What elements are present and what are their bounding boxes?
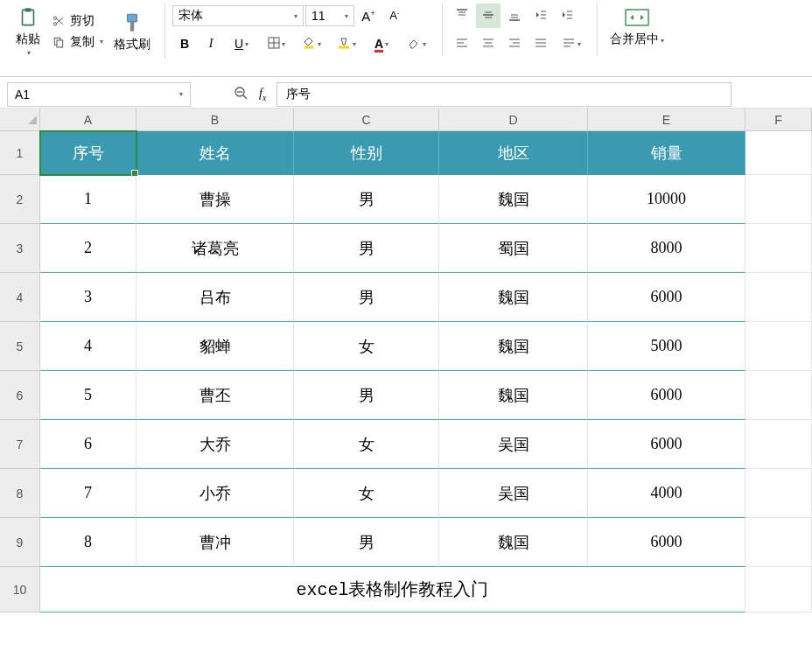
align-top-button[interactable] — [450, 4, 474, 28]
paste-button[interactable]: 粘贴 ▾ — [10, 4, 46, 59]
cell-E5[interactable]: 5000 — [588, 322, 746, 371]
cell-D3[interactable]: 蜀国 — [439, 224, 588, 273]
cut-button[interactable]: 剪切 — [47, 11, 107, 31]
cell-E7[interactable]: 6000 — [588, 420, 746, 469]
italic-button[interactable]: I — [199, 32, 223, 56]
cell-B6[interactable]: 曹丕 — [136, 371, 294, 420]
column-header-B[interactable]: B — [136, 108, 294, 130]
cell-F6[interactable] — [746, 371, 812, 420]
cell-F2[interactable] — [746, 175, 812, 224]
cell-A6[interactable]: 5 — [40, 371, 136, 420]
name-box[interactable]: A1 ▾ — [7, 82, 191, 107]
bold-button[interactable]: B — [172, 32, 197, 56]
align-center-button[interactable] — [476, 32, 500, 56]
cell-B9[interactable]: 曹冲 — [136, 518, 294, 567]
cell-E8[interactable]: 4000 — [588, 469, 746, 518]
cell-C1[interactable]: 性别 — [294, 131, 439, 175]
cell-C4[interactable]: 男 — [294, 273, 439, 322]
cell-F3[interactable] — [746, 224, 812, 273]
cell-D5[interactable]: 魏国 — [439, 322, 588, 371]
cell-F10[interactable] — [746, 567, 812, 612]
font-name-select[interactable]: 宋体 ▾ — [172, 5, 304, 26]
cell-C2[interactable]: 男 — [294, 175, 439, 224]
cell-D6[interactable]: 魏国 — [439, 371, 588, 420]
cell-F9[interactable] — [746, 518, 812, 567]
decrease-font-button[interactable]: A- — [382, 4, 407, 28]
cell-E2[interactable]: 10000 — [588, 175, 746, 224]
decrease-indent-button[interactable] — [528, 4, 553, 28]
fx-icon[interactable]: fx — [259, 87, 266, 102]
row-header-8[interactable]: 8 — [0, 469, 40, 518]
eraser-button[interactable]: ▾ — [400, 32, 433, 56]
align-bottom-button[interactable] — [502, 4, 527, 28]
underline-button[interactable]: U▾ — [225, 32, 258, 56]
fill-color-button[interactable]: ▾ — [295, 32, 328, 56]
column-header-F[interactable]: F — [746, 108, 812, 130]
row-header-9[interactable]: 9 — [0, 518, 40, 567]
column-header-D[interactable]: D — [439, 108, 588, 130]
align-left-button[interactable] — [450, 32, 474, 56]
highlight-button[interactable]: ▾ — [330, 32, 363, 56]
cell-C6[interactable]: 男 — [294, 371, 439, 420]
row-header-5[interactable]: 5 — [0, 322, 40, 371]
cell-F1[interactable] — [746, 131, 812, 175]
cell-C8[interactable]: 女 — [294, 469, 439, 518]
zoom-out-icon[interactable] — [233, 85, 248, 103]
justify-button[interactable] — [528, 32, 553, 56]
cell-E1[interactable]: 销量 — [588, 131, 746, 175]
copy-button[interactable]: 复制 ▾ — [47, 32, 107, 52]
column-header-E[interactable]: E — [588, 108, 746, 130]
row-header-4[interactable]: 4 — [0, 273, 40, 322]
row-header-1[interactable]: 1 — [0, 131, 40, 175]
cell-F4[interactable] — [746, 273, 812, 322]
cell-C9[interactable]: 男 — [294, 518, 439, 567]
cell-A4[interactable]: 3 — [40, 273, 136, 322]
cell-B5[interactable]: 貂蝉 — [136, 322, 294, 371]
cell-B2[interactable]: 曹操 — [136, 175, 294, 224]
cell-D4[interactable]: 魏国 — [439, 273, 588, 322]
cell-F7[interactable] — [746, 420, 812, 469]
cell-A9[interactable]: 8 — [40, 518, 136, 567]
cell-E4[interactable]: 6000 — [588, 273, 746, 322]
cell-D8[interactable]: 吴国 — [439, 469, 588, 518]
cell-B8[interactable]: 小乔 — [136, 469, 294, 518]
cell-D9[interactable]: 魏国 — [439, 518, 588, 567]
align-middle-button[interactable] — [476, 4, 500, 28]
cell-B7[interactable]: 大乔 — [136, 420, 294, 469]
distribute-button[interactable]: ▾ — [555, 32, 588, 56]
cell-B4[interactable]: 吕布 — [136, 273, 294, 322]
cell-A1[interactable]: 序号 — [40, 131, 136, 175]
cell-F8[interactable] — [746, 469, 812, 518]
formula-input[interactable]: 序号 — [276, 82, 732, 107]
cell-C5[interactable]: 女 — [294, 322, 439, 371]
row-header-3[interactable]: 3 — [0, 224, 40, 273]
cell-E3[interactable]: 8000 — [588, 224, 746, 273]
column-header-C[interactable]: C — [294, 108, 439, 130]
increase-font-button[interactable]: A+ — [356, 4, 381, 28]
font-color-button[interactable]: A ▾ — [365, 32, 398, 56]
borders-button[interactable]: ▾ — [260, 32, 293, 56]
font-size-select[interactable]: 11 ▾ — [305, 5, 354, 26]
cell-A7[interactable]: 6 — [40, 420, 136, 469]
increase-indent-button[interactable] — [555, 4, 579, 28]
cell-B1[interactable]: 姓名 — [136, 131, 294, 175]
cell-B3[interactable]: 诸葛亮 — [136, 224, 294, 273]
cell-D1[interactable]: 地区 — [439, 131, 588, 175]
column-header-A[interactable]: A — [40, 108, 136, 130]
row-header-6[interactable]: 6 — [0, 371, 40, 420]
cell-C7[interactable]: 女 — [294, 420, 439, 469]
cell-A3[interactable]: 2 — [40, 224, 136, 273]
align-right-button[interactable] — [502, 32, 527, 56]
cell-footer-merged[interactable]: excel表格制作教程入门 — [40, 567, 746, 612]
cell-D2[interactable]: 魏国 — [439, 175, 588, 224]
row-header-10[interactable]: 10 — [0, 567, 40, 612]
cell-E6[interactable]: 6000 — [588, 371, 746, 420]
cell-E9[interactable]: 6000 — [588, 518, 746, 567]
format-painter-button[interactable]: 格式刷 — [108, 9, 156, 54]
cell-A8[interactable]: 7 — [40, 469, 136, 518]
cell-A2[interactable]: 1 — [40, 175, 136, 224]
row-header-7[interactable]: 7 — [0, 420, 40, 469]
cell-A5[interactable]: 4 — [40, 322, 136, 371]
cell-D7[interactable]: 吴国 — [439, 420, 588, 469]
select-all-corner[interactable] — [0, 108, 40, 130]
